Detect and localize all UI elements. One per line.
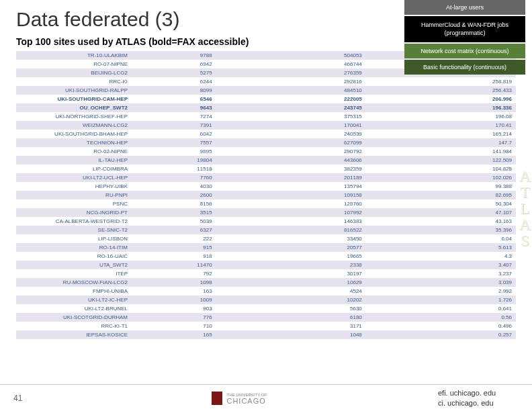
table-cell: 6244 — [141, 77, 216, 86]
table-cell: RRC-KI — [16, 77, 141, 86]
table-cell: PSNC — [16, 199, 141, 208]
table-row: UKI-SOUTHGRID-BHAM-HEP6042240539165.214 — [16, 130, 516, 138]
table-cell: 3.039 — [366, 278, 516, 287]
table-cell: UKI-LT2-BRUNEL — [16, 304, 141, 313]
table-cell: HEPHY-UIBK — [16, 182, 141, 191]
table-row: RRC-KI6244292816258.819 — [16, 77, 516, 86]
table-cell: RRC-KI-T1 — [16, 322, 141, 330]
url-efi: efi. uchicago. edu — [438, 388, 519, 398]
table-cell: 7274 — [141, 112, 216, 121]
table-cell: 6546 — [141, 95, 216, 103]
table-row: CA-ALBERTA-WESTGRID-T2503914638343.163 — [16, 217, 516, 226]
table-cell: TR-10-ULAKBIM — [16, 51, 141, 60]
table-cell: 33450 — [216, 234, 366, 243]
table-cell: 0.257 — [366, 330, 516, 339]
table-cell: 243745 — [216, 103, 366, 112]
table-row: RO-16-UAIC918196654.3 — [16, 252, 516, 261]
table-cell: RO-16-UAIC — [16, 252, 141, 261]
table-cell: 9643 — [141, 103, 216, 112]
table-cell: 163 — [141, 287, 216, 295]
table-cell: 5.613 — [366, 243, 516, 252]
table-cell: 903 — [141, 304, 216, 313]
table-cell: 382359 — [216, 165, 366, 173]
table-row: OU_OCHEP_SWT29643243745196.336 — [16, 103, 516, 112]
table-cell: IEPSAS-KOSICE — [16, 330, 141, 339]
table-row: UKI-LT2-IC-HEP1009102021.726 — [16, 295, 516, 304]
table-cell: BEIJING-LCG2 — [16, 68, 141, 77]
table-cell: 2.992 — [366, 287, 516, 295]
table-cell: 206.996 — [366, 95, 516, 103]
table-cell: 20577 — [216, 243, 366, 252]
table-cell: 82.695 — [366, 191, 516, 199]
table-cell: 3515 — [141, 208, 216, 217]
table-cell: 9788 — [141, 51, 216, 60]
table-cell: LIP-LISBON — [16, 234, 141, 243]
table-cell: CA-ALBERTA-WESTGRID-T2 — [16, 217, 141, 226]
table-row: ITEP792301973.237 — [16, 269, 516, 278]
table-row: SE-SNIC-T2632781652235.396 — [16, 226, 516, 234]
table-cell: RU-MOSCOW-FIAN-LCG2 — [16, 278, 141, 287]
table-cell: 375315 — [216, 112, 366, 121]
table-cell: 5275 — [141, 68, 216, 77]
table-cell: 47.107 — [366, 208, 516, 217]
univ-bottom: CHICAGO — [226, 397, 265, 405]
table-cell: 3171 — [216, 322, 366, 330]
table-cell: 102.026 — [366, 173, 516, 182]
table-cell: 6942 — [141, 60, 216, 68]
table-cell: 1.726 — [366, 295, 516, 304]
table-row: RO-14-ITIM915205775.613 — [16, 243, 516, 252]
table-cell: 2600 — [141, 191, 216, 199]
table-row: UKI-LT2-BRUNEL90356300.641 — [16, 304, 516, 313]
table-cell: 3.407 — [366, 261, 516, 269]
status-boxes: At-large users HammerCloud & WAN-FDR job… — [404, 0, 525, 76]
table-cell: RO-14-ITIM — [16, 243, 141, 252]
table-row: UKI-LT2-UCL-HEP7760201189102.026 — [16, 173, 516, 182]
table-cell: 3.237 — [366, 269, 516, 278]
table-row: RRC-KI-T171031710.496 — [16, 322, 516, 330]
table-cell: 0.56 — [366, 313, 516, 322]
table-cell: 504053 — [216, 51, 366, 60]
table-row: RO-02-NIPNE9895290792141.984 — [16, 147, 516, 156]
table-cell: 196.336 — [366, 103, 516, 112]
table-cell: 4524 — [216, 287, 366, 295]
table-cell: 107992 — [216, 208, 366, 217]
table-row: UKI-SCOTGRID-DURHAM77661800.56 — [16, 313, 516, 322]
table-cell: 201189 — [216, 173, 366, 182]
table-cell: 258.819 — [366, 77, 516, 86]
table-cell: UKI-LT2-UCL-HEP — [16, 173, 141, 182]
table-cell: 1009 — [141, 295, 216, 304]
table-cell: 10629 — [216, 278, 366, 287]
table-row: UTA_SWT21147023383.407 — [16, 261, 516, 269]
table-row: RU-MOSCOW-FIAN-LCG21098106293.039 — [16, 278, 516, 287]
table-cell: NCG-INGRID-PT — [16, 208, 141, 217]
table-cell: WEIZMANN-LCG2 — [16, 121, 141, 130]
table-cell: 104.828 — [366, 165, 516, 173]
table-cell: 1098 — [141, 278, 216, 287]
table-cell: 918 — [141, 252, 216, 261]
table-cell: 6.04 — [366, 234, 516, 243]
footer: 41 THE UNIVERSITY OF CHICAGO efi. uchica… — [0, 384, 532, 411]
table-cell: 292816 — [216, 77, 366, 86]
table-cell: 99.388 — [366, 182, 516, 191]
table-cell: UKI-LT2-IC-HEP — [16, 295, 141, 304]
url-ci: ci. uchicago. edu — [438, 398, 519, 408]
table-cell: 0.641 — [366, 304, 516, 313]
table-cell: 122.509 — [366, 156, 516, 165]
table-cell: 222005 — [216, 95, 366, 103]
table-cell: UKI-SOUTHGRID-BHAM-HEP — [16, 130, 141, 138]
table-row: HEPHY-UIBK403013579499.388 — [16, 182, 516, 191]
box-atlarge: At-large users — [404, 0, 525, 15]
table-row: NCG-INGRID-PT351510799247.107 — [16, 208, 516, 217]
table-cell: 484510 — [216, 86, 366, 95]
table-cell: 43.163 — [366, 217, 516, 226]
table-cell: 35.396 — [366, 226, 516, 234]
table-cell: 19804 — [141, 156, 216, 165]
table-row: UKI-SOUTHGRID-RALPP8099484510256.433 — [16, 86, 516, 95]
shield-icon — [212, 392, 222, 405]
table-cell: 135794 — [216, 182, 366, 191]
table-cell: 7760 — [141, 173, 216, 182]
table-cell: 276359 — [216, 68, 366, 77]
box-netcost: Network cost matrix (continuous) — [404, 44, 525, 58]
table-cell: 170.41 — [366, 121, 516, 130]
table-row: UKI-NORTHGRID-SHEF-HEP7274375315196.08 — [16, 112, 516, 121]
